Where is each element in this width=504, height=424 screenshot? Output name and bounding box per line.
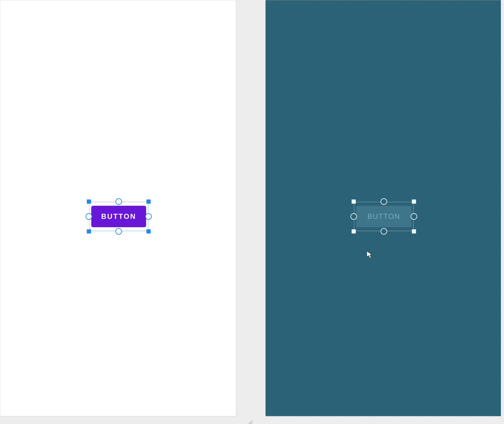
resize-handle-bottom-left[interactable]	[87, 229, 91, 233]
resize-corner-icon[interactable]	[245, 419, 253, 424]
selection-outline	[354, 202, 414, 231]
selection-box-light[interactable]	[89, 202, 149, 231]
svg-line-0	[246, 421, 252, 424]
resize-handle-bottom-right[interactable]	[146, 229, 151, 233]
cursor-arrow-icon	[366, 250, 373, 259]
selection-box-dark[interactable]	[354, 202, 414, 231]
resize-handle-top-mid[interactable]	[381, 198, 387, 205]
resize-handle-top-right[interactable]	[412, 199, 416, 204]
resize-handle-bottom-left[interactable]	[352, 229, 356, 233]
resize-handle-bottom-mid[interactable]	[381, 228, 387, 235]
resize-handle-top-right[interactable]	[146, 199, 151, 204]
resize-handle-left-mid[interactable]	[86, 213, 92, 220]
resize-handle-left-mid[interactable]	[350, 213, 357, 220]
resize-handle-top-mid[interactable]	[115, 198, 122, 205]
resize-handle-right-mid[interactable]	[411, 213, 417, 220]
selection-outline	[89, 202, 148, 231]
resize-handle-top-left[interactable]	[87, 199, 91, 204]
resize-handle-bottom-mid[interactable]	[115, 228, 122, 235]
resize-handle-right-mid[interactable]	[145, 213, 152, 220]
resize-handle-top-left[interactable]	[352, 199, 356, 204]
resize-handle-bottom-right[interactable]	[412, 229, 416, 233]
